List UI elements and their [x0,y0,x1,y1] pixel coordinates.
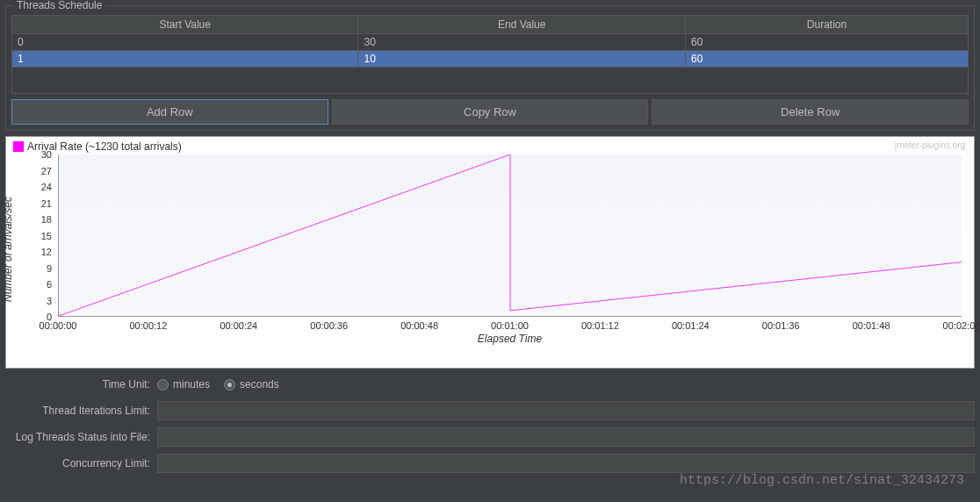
page-watermark: https://blog.csdn.net/sinat_32434273 [680,473,964,488]
radio-seconds-button[interactable] [224,379,235,391]
legend-color-swatch [13,141,24,152]
thread-iter-input[interactable] [157,401,975,420]
thread-iter-label: Thread Iterations Limit: [5,405,150,417]
threads-schedule-panel: Threads Schedule Start Value End Value D… [5,5,975,131]
x-tick: 00:00:00 [40,320,77,331]
table-empty-area[interactable] [11,68,969,94]
radio-minutes-label: minutes [173,378,210,391]
y-tick: 6 [47,279,52,290]
table-cell[interactable]: 60 [685,34,968,51]
y-axis: 036912151821242730 [25,154,55,317]
col-duration[interactable]: Duration [685,16,968,34]
y-axis-label: Number of arrivals/sec [2,196,14,301]
log-file-input[interactable] [157,427,975,447]
table-row[interactable]: 03060 [12,34,969,51]
x-tick: 00:01:24 [672,320,710,331]
x-tick: 00:00:36 [310,320,348,331]
y-tick: 30 [41,149,52,160]
add-row-button[interactable]: Add Row [11,99,328,125]
concurrency-label: Concurrency Limit: [5,457,150,470]
panel-title: Threads Schedule [13,0,105,11]
x-tick: 00:01:00 [491,320,529,331]
col-end[interactable]: End Value [358,16,685,34]
chart-plot: Number of arrivals/sec 03691215182124273… [10,154,970,343]
x-axis: Elapsed Time 00:00:0000:00:1200:00:2400:… [58,319,962,343]
x-tick: 00:02:00 [943,320,980,331]
log-file-row: Log Threads Status into File: [5,427,975,448]
concurrency-input[interactable] [157,454,975,473]
y-tick: 9 [47,263,52,274]
y-tick: 27 [41,166,52,176]
time-unit-label: Time Unit: [5,378,150,391]
table-cell[interactable]: 10 [358,51,685,68]
x-tick: 00:00:24 [220,320,257,331]
x-axis-label: Elapsed Time [478,333,542,345]
y-tick: 12 [41,247,52,257]
plot-area [58,154,962,317]
radio-minutes-button[interactable] [157,379,169,391]
radio-seconds-label: seconds [240,378,279,391]
chart-watermark: jmeter-plugins.org [895,140,965,150]
table-cell[interactable]: 30 [358,34,685,51]
table-cell[interactable]: 1 [12,51,358,68]
time-unit-row: Time Unit: minutes seconds [5,374,975,395]
thread-iter-row: Thread Iterations Limit: [5,400,975,421]
chart-legend: Arrival Rate (~1230 total arrivals) [10,140,970,153]
x-tick: 00:01:12 [581,320,619,331]
concurrency-row: Concurrency Limit: [5,453,975,474]
chart-svg [59,154,962,316]
x-tick: 00:01:48 [853,320,890,331]
y-tick: 15 [41,231,52,241]
radio-minutes[interactable]: minutes [157,378,210,391]
x-tick: 00:00:12 [129,320,167,331]
log-file-label: Log Threads Status into File: [5,431,150,443]
x-tick: 00:01:36 [762,320,800,331]
delete-row-button[interactable]: Delete Row [652,99,969,125]
y-tick: 24 [41,182,52,192]
y-tick: 18 [41,214,52,225]
chart-panel: Arrival Rate (~1230 total arrivals) jmet… [5,136,975,369]
y-tick: 21 [41,198,52,209]
table-row[interactable]: 11060 [12,51,969,68]
copy-row-button[interactable]: Copy Row [332,99,649,125]
radio-seconds[interactable]: seconds [224,378,279,391]
table-cell[interactable]: 60 [685,51,968,68]
y-tick: 3 [47,296,52,306]
x-tick: 00:00:48 [400,320,438,331]
schedule-table[interactable]: Start Value End Value Duration 030601106… [11,15,969,68]
col-start[interactable]: Start Value [12,16,358,34]
table-cell[interactable]: 0 [12,34,358,51]
